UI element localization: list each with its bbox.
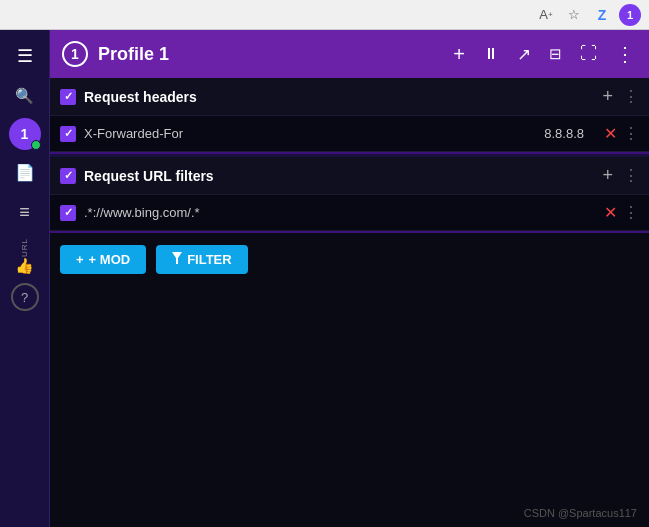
sidebar: ☰ 🔍 1 📄 ≡ URL 👍 ? [0,30,50,527]
x-forwarded-checkbox[interactable]: ✓ [60,126,76,142]
font-size-icon[interactable]: A+ [535,4,557,26]
pause-button[interactable]: ⏸ [481,43,501,65]
header-actions: + ⏸ ↗ ⊟ ⛶ ⋮ [451,40,637,68]
profile-title: Profile 1 [98,44,441,65]
filter-options-button[interactable]: ⋮ [623,165,639,186]
request-headers-title: Request headers [84,89,602,105]
filter-list-icon[interactable]: ≡ [7,194,43,230]
search-icon[interactable]: 🔍 [7,78,43,114]
request-headers-checkbox[interactable]: ✓ [60,89,76,105]
mod-icon: + [76,252,84,267]
mod-button[interactable]: + + MOD [60,245,146,274]
bing-filter-name: .*://www.bing.com/.* [84,205,604,220]
url-filters-checkbox[interactable]: ✓ [60,168,76,184]
header-row-options-button[interactable]: ⋮ [623,124,639,143]
filter-icon [172,252,182,267]
profile-header: 1 Profile 1 + ⏸ ↗ ⊟ ⛶ ⋮ [50,30,649,78]
watermark: CSDN @Spartacus117 [524,507,637,519]
profile-ext-icon[interactable]: 1 [619,4,641,26]
url-thumbs-section[interactable]: URL 👍 [15,234,34,279]
url-filters-actions: + ⋮ [602,165,639,186]
document-icon[interactable]: 📄 [7,154,43,190]
main-container: ☰ 🔍 1 📄 ≡ URL 👍 ? 1 Profile 1 + ⏸ ↗ ⊟ ⛶ … [0,30,649,527]
url-label: URL [20,238,29,257]
profile-number: 1 [62,41,88,67]
profile-badge-container[interactable]: 1 [9,118,41,150]
add-button[interactable]: + [451,41,467,68]
signin-button[interactable]: ⊟ [547,43,564,65]
zotero-icon[interactable]: Z [591,4,613,26]
filter-row-options-button[interactable]: ⋮ [623,203,639,222]
filter-button[interactable]: FILTER [156,245,248,274]
header-options-button[interactable]: ⋮ [623,86,639,107]
delete-filter-button[interactable]: ✕ [604,203,617,222]
mod-label: + MOD [89,252,131,267]
x-forwarded-name: X-Forwarded-For [84,126,544,141]
hamburger-menu[interactable]: ☰ [7,38,43,74]
action-buttons: + + MOD FILTER [50,233,649,286]
bing-filter-row: ✓ .*://www.bing.com/.* ✕ ⋮ [50,195,649,231]
x-forwarded-value: 8.8.8.8 [544,126,584,141]
x-forwarded-for-row: ✓ X-Forwarded-For 8.8.8.8 ✕ ⋮ [50,116,649,152]
request-headers-actions: + ⋮ [602,86,639,107]
browser-topbar: A+ ☆ Z 1 [0,0,649,30]
delete-header-button[interactable]: ✕ [604,124,617,143]
star-icon[interactable]: ☆ [563,4,585,26]
url-filters-title: Request URL filters [84,168,602,184]
request-url-filters-section: ✓ Request URL filters + ⋮ [50,157,649,195]
profile-status-dot [31,140,41,150]
thumbs-up-icon[interactable]: 👍 [15,257,34,275]
svg-marker-0 [172,252,182,264]
bing-filter-checkbox[interactable]: ✓ [60,205,76,221]
add-filter-button[interactable]: + [602,165,613,186]
help-icon[interactable]: ? [11,283,39,311]
more-options-button[interactable]: ⋮ [613,40,637,68]
request-headers-section: ✓ Request headers + ⋮ [50,78,649,116]
share-button[interactable]: ↗ [515,42,533,67]
content-area: 1 Profile 1 + ⏸ ↗ ⊟ ⛶ ⋮ ✓ Request header… [50,30,649,527]
add-header-button[interactable]: + [602,86,613,107]
expand-button[interactable]: ⛶ [578,42,599,66]
filter-label: FILTER [187,252,232,267]
